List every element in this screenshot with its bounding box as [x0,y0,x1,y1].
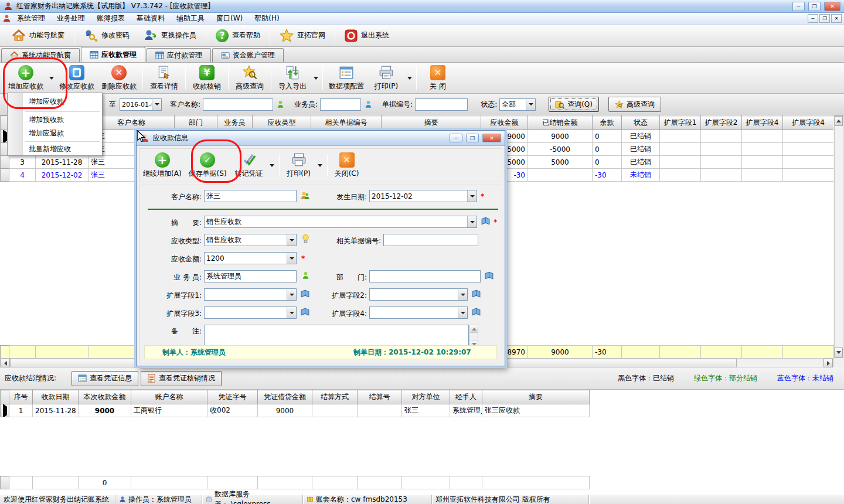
exit-system-button[interactable]: 退出系统 [338,26,396,45]
col-header[interactable]: 本次收款金额 [79,390,131,404]
menu-item-batch-add[interactable]: 批量新增应收 [24,143,101,155]
view-voucher-verify-button[interactable]: 查看凭证核销情况 [141,371,222,386]
dialog-date-combo[interactable]: 2015-12-02 [369,190,477,202]
menu-business[interactable]: 业务处理 [51,12,91,25]
advanced-query-button[interactable]: 高级查询 [231,64,268,93]
window-maximize-button[interactable]: ❐ [808,2,821,11]
post-voucher-button[interactable]: 转记凭证 [230,151,268,180]
salesman-picker-icon[interactable] [364,100,373,109]
col-header[interactable]: 收款日期 [33,390,79,404]
view-detail-button[interactable]: 查看详情 [145,64,183,93]
col-header[interactable]: 凭证字号 [207,390,258,404]
dialog-ext2-combo[interactable] [369,288,468,301]
col-header[interactable]: 序号 [9,390,33,404]
status-combo[interactable]: 全部 [499,98,536,111]
dialog-note-textarea[interactable] [204,325,469,348]
tab-system-nav[interactable]: 系统功能导航窗 [1,48,80,62]
dialog-minimize-button[interactable]: ─ [450,134,462,142]
menu-tools[interactable]: 辅助工具 [171,12,210,25]
tab-receivables[interactable]: 应收款管理 [81,47,145,62]
col-header[interactable]: 扩展字段1 [660,116,701,130]
col-header[interactable]: 业务员 [217,116,253,130]
import-export-button[interactable]: 导入导出 [274,64,311,93]
col-header[interactable]: 余款 [593,116,622,130]
col-header[interactable]: 经手人 [450,390,482,404]
scroll-right-button[interactable] [823,359,833,367]
book-icon[interactable] [481,216,491,226]
book-icon[interactable] [300,289,310,299]
dialog-ext3-combo[interactable] [204,307,297,319]
data-config-button[interactable]: 数据项配置 [325,64,367,93]
print-button[interactable]: 打印(P) [367,64,405,93]
dialog-print-dropdown[interactable] [316,152,325,178]
nav-window-button[interactable]: 功能导航窗 [5,26,72,45]
col-header[interactable]: 部门 [175,116,217,130]
col-header[interactable]: 摘要 [382,116,481,130]
add-receivable-button[interactable]: + 增加应收款 [5,64,47,93]
col-header[interactable]: 凭证借贷金额 [258,390,312,404]
dialog-salesman-input[interactable] [204,270,297,282]
col-header[interactable]: 扩展字段2 [701,116,742,130]
delete-receivable-button[interactable]: ✕ 删除应收款 [98,64,140,93]
col-header[interactable]: 应收类型 [253,116,311,130]
book-icon[interactable] [484,271,494,281]
print-dropdown[interactable] [405,64,414,93]
customer-picker-icon[interactable] [300,190,310,200]
query-button[interactable]: 查询(Q) [549,97,599,112]
save-voucher-button[interactable]: ✓ 保存单据(S) [185,151,230,180]
close-view-button[interactable]: ✕ 关 闭 [419,64,457,93]
doc-no-input[interactable] [415,98,468,111]
add-receivable-dropdown[interactable] [47,64,56,93]
col-header[interactable]: 扩展字段4 [783,116,834,130]
mdi-restore-button[interactable]: ❐ [819,14,830,23]
customer-input[interactable] [203,98,273,111]
dialog-amount-combo[interactable]: 1200 [204,252,297,264]
col-header[interactable]: 对方单位 [402,390,450,404]
dialog-ext4-combo[interactable] [369,307,468,319]
dialog-maximize-button[interactable]: ❐ [466,134,479,142]
col-header[interactable]: 账户名称 [131,390,207,404]
dialog-ext1-combo[interactable] [204,288,297,301]
dialog-type-combo[interactable]: 销售应收款 [204,234,297,246]
dialog-print-button[interactable]: 打印(P) [282,151,316,180]
col-header[interactable]: 已结销金额 [528,116,593,130]
import-export-dropdown[interactable] [311,64,320,93]
view-help-button[interactable]: ? 查看帮助 [209,26,267,45]
scroll-down-button[interactable] [835,348,843,357]
menu-system[interactable]: 系统管理 [11,12,51,25]
dialog-customer-input[interactable] [204,190,297,202]
col-header[interactable]: 结算方式 [312,390,358,404]
window-close-button[interactable]: ✕ [824,2,840,11]
switch-operator-button[interactable]: 更换操作员 [137,26,203,45]
change-password-button[interactable]: 修改密码 [77,26,137,45]
scroll-up-button[interactable] [835,116,843,126]
col-header[interactable]: 相关单据编号 [311,116,382,130]
col-header[interactable]: 应收金额 [481,116,528,130]
tab-cash-accounts[interactable]: 资金账户管理 [212,48,284,62]
menu-reports[interactable]: 账簿报表 [91,12,131,25]
menu-item-add-refund[interactable]: 增加应退款 [24,127,101,139]
col-header[interactable]: 扩展字段4 [742,116,783,130]
menu-window[interactable]: 窗口(W) [210,12,249,25]
col-header[interactable]: 状态 [622,116,660,130]
customer-picker-icon[interactable] [276,100,285,109]
menu-help[interactable]: 帮助(H) [249,12,285,25]
date-to-combo[interactable]: 2016-01-02 [120,98,162,111]
vertical-scrollbar[interactable] [834,115,843,358]
continue-add-button[interactable]: + 继续增加(A) [139,151,185,180]
menu-item-add-receivable[interactable]: 增加应收款 [24,96,101,108]
book-icon[interactable] [300,307,310,317]
dialog-related-no-input[interactable] [383,234,478,246]
salesman-picker-icon[interactable] [301,271,310,280]
tab-payables[interactable]: 应付款管理 [147,48,211,62]
advanced-query-button-2[interactable]: 高级查询 [608,97,661,112]
dialog-dept-input[interactable] [369,270,481,282]
edit-receivable-button[interactable]: 修改应收款 [56,64,98,93]
scroll-left-button[interactable] [1,359,10,367]
post-voucher-dropdown[interactable] [268,152,277,178]
menu-item-add-prepayment[interactable]: 增加预收款 [24,114,101,126]
menu-basedata[interactable]: 基础资料 [131,12,171,25]
book-icon[interactable] [471,307,481,317]
view-voucher-info-button[interactable]: 查看凭证信息 [72,371,138,386]
book-icon[interactable] [471,289,481,299]
